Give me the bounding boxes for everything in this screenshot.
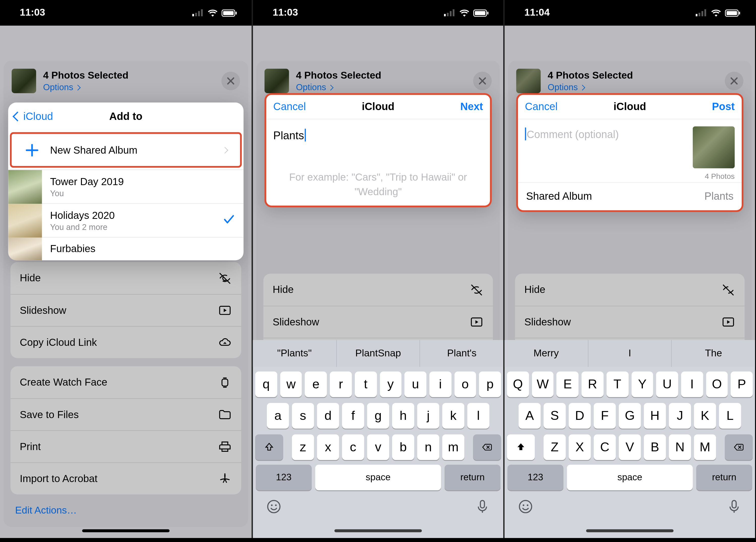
space-key[interactable]: space: [315, 465, 441, 490]
key-B[interactable]: B: [644, 434, 666, 460]
suggestion[interactable]: PlantSnap: [336, 340, 420, 367]
emoji-icon[interactable]: [266, 498, 282, 517]
mic-icon[interactable]: [474, 498, 491, 517]
key-X[interactable]: X: [569, 434, 591, 460]
key-x[interactable]: x: [317, 434, 339, 460]
edit-actions-link[interactable]: Edit Actions…: [4, 494, 248, 527]
key-c[interactable]: c: [342, 434, 364, 460]
key-i[interactable]: i: [429, 371, 451, 397]
close-icon[interactable]: [725, 72, 743, 90]
keyboard[interactable]: Merry I The QWERTYUIOP ASDFGHJKL ZXCVBNM…: [505, 340, 755, 538]
key-k[interactable]: k: [442, 403, 464, 429]
backspace-key[interactable]: [473, 434, 501, 460]
action-watch-face[interactable]: Create Watch Face: [11, 366, 241, 398]
space-key[interactable]: space: [567, 465, 693, 490]
options-link[interactable]: Options: [43, 82, 129, 92]
action-slideshow[interactable]: Slideshow: [11, 294, 241, 326]
action-print[interactable]: Print: [11, 430, 241, 462]
key-d[interactable]: d: [317, 403, 339, 429]
key-U[interactable]: U: [656, 371, 678, 397]
key-K[interactable]: K: [694, 403, 716, 429]
numbers-key[interactable]: 123: [508, 465, 563, 490]
cancel-button[interactable]: Cancel: [525, 101, 558, 113]
cancel-button[interactable]: Cancel: [273, 101, 306, 113]
key-C[interactable]: C: [594, 434, 616, 460]
new-shared-album-row[interactable]: New Shared Album: [14, 134, 238, 166]
key-F[interactable]: F: [594, 403, 616, 429]
next-button[interactable]: Next: [460, 101, 483, 113]
key-N[interactable]: N: [669, 434, 691, 460]
key-r[interactable]: r: [330, 371, 352, 397]
key-I[interactable]: I: [681, 371, 703, 397]
key-m[interactable]: m: [442, 434, 464, 460]
action-slideshow[interactable]: Slideshow: [263, 306, 493, 338]
key-e[interactable]: e: [305, 371, 327, 397]
suggestion[interactable]: I: [588, 340, 671, 367]
key-y[interactable]: y: [380, 371, 401, 397]
album-row[interactable]: Holidays 2020 You and 2 more: [8, 203, 243, 237]
suggestion[interactable]: "Plants": [253, 340, 336, 367]
action-hide[interactable]: Hide: [11, 262, 241, 294]
key-p[interactable]: p: [479, 371, 501, 397]
key-q[interactable]: q: [255, 371, 277, 397]
shared-album-row[interactable]: Shared Album Plants: [518, 182, 742, 210]
album-row[interactable]: Tower Day 2019 You: [8, 170, 243, 203]
key-b[interactable]: b: [392, 434, 414, 460]
key-O[interactable]: O: [706, 371, 728, 397]
key-H[interactable]: H: [644, 403, 666, 429]
action-save-files[interactable]: Save to Files: [11, 398, 241, 430]
shift-key-active[interactable]: [507, 434, 535, 460]
key-P[interactable]: P: [731, 371, 753, 397]
key-R[interactable]: R: [582, 371, 604, 397]
numbers-key[interactable]: 123: [256, 465, 312, 490]
suggestions-bar[interactable]: "Plants" PlantSnap Plant's: [253, 340, 503, 367]
album-row[interactable]: Furbabies: [8, 237, 243, 260]
suggestion[interactable]: The: [671, 340, 755, 367]
key-o[interactable]: o: [454, 371, 476, 397]
post-button[interactable]: Post: [712, 101, 735, 113]
options-link[interactable]: Options: [296, 82, 381, 92]
key-h[interactable]: h: [392, 403, 414, 429]
key-Z[interactable]: Z: [544, 434, 566, 460]
album-name-input[interactable]: Plants For example: "Cars", "Trip to Haw…: [266, 119, 490, 206]
key-z[interactable]: z: [292, 434, 314, 460]
key-Q[interactable]: Q: [507, 371, 529, 397]
suggestion[interactable]: Merry: [505, 340, 588, 367]
comment-input[interactable]: Comment (optional) 4 Photos: [518, 119, 742, 182]
key-L[interactable]: L: [719, 403, 741, 429]
key-g[interactable]: g: [367, 403, 389, 429]
action-hide[interactable]: Hide: [263, 274, 493, 306]
key-v[interactable]: v: [367, 434, 389, 460]
key-T[interactable]: T: [606, 371, 628, 397]
key-l[interactable]: l: [467, 403, 489, 429]
close-icon[interactable]: [222, 72, 240, 90]
key-J[interactable]: J: [669, 403, 691, 429]
close-icon[interactable]: [473, 72, 492, 90]
key-f[interactable]: f: [342, 403, 364, 429]
return-key[interactable]: return: [445, 465, 500, 490]
key-S[interactable]: S: [544, 403, 566, 429]
action-acrobat[interactable]: Import to Acrobat: [11, 462, 241, 494]
emoji-icon[interactable]: [517, 498, 534, 517]
key-W[interactable]: W: [532, 371, 554, 397]
suggestion[interactable]: Plant's: [420, 340, 503, 367]
backspace-key[interactable]: [725, 434, 753, 460]
action-copy-icloud[interactable]: Copy iCloud Link: [11, 326, 241, 358]
key-E[interactable]: E: [557, 371, 579, 397]
key-a[interactable]: a: [267, 403, 289, 429]
key-G[interactable]: G: [619, 403, 641, 429]
key-A[interactable]: A: [519, 403, 541, 429]
key-u[interactable]: u: [404, 371, 426, 397]
key-D[interactable]: D: [569, 403, 591, 429]
key-j[interactable]: j: [417, 403, 439, 429]
key-Y[interactable]: Y: [631, 371, 653, 397]
key-V[interactable]: V: [619, 434, 641, 460]
key-s[interactable]: s: [292, 403, 314, 429]
key-n[interactable]: n: [417, 434, 439, 460]
shift-key[interactable]: [255, 434, 283, 460]
return-key[interactable]: return: [696, 465, 752, 490]
mic-icon[interactable]: [726, 498, 742, 517]
key-w[interactable]: w: [280, 371, 302, 397]
key-t[interactable]: t: [355, 371, 377, 397]
key-M[interactable]: M: [694, 434, 716, 460]
